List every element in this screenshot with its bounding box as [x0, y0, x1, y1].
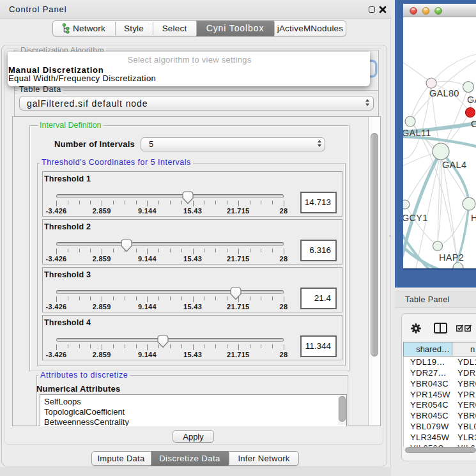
svg-text:GCY1: GCY1 — [403, 213, 428, 223]
svg-text:GAL2: GAL2 — [467, 95, 476, 105]
svg-text:GAL11: GAL11 — [403, 128, 431, 138]
svg-text:CD: CD — [471, 119, 476, 129]
svg-text:GAL4: GAL4 — [442, 160, 466, 170]
svg-text:HAP2: HAP2 — [439, 252, 464, 263]
svg-text:GAL80: GAL80 — [429, 88, 459, 98]
svg-text:HIS4: HIS4 — [471, 213, 476, 223]
